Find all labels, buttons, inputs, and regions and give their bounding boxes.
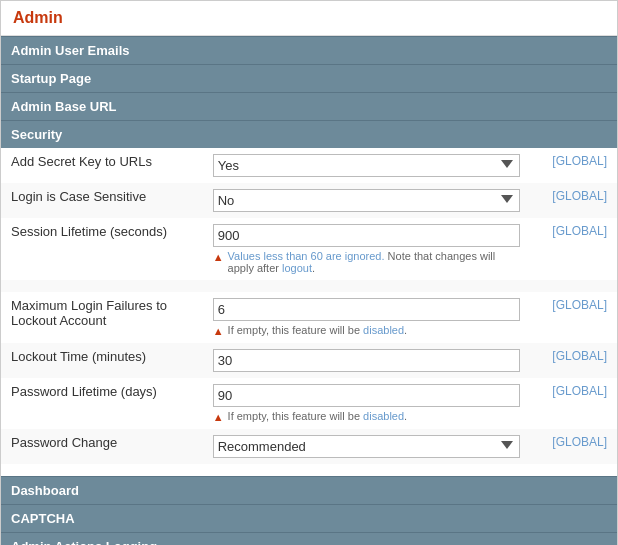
- login-case-sensitive-input-cell: Yes No: [203, 183, 530, 218]
- password-lifetime-global-link[interactable]: [GLOBAL]: [552, 384, 607, 398]
- section-admin-base-url[interactable]: Admin Base URL: [1, 92, 617, 120]
- add-secret-key-input-cell: Yes No: [203, 148, 530, 183]
- max-login-failures-global-link[interactable]: [GLOBAL]: [552, 298, 607, 312]
- max-login-failures-note: ▲ If empty, this feature will be disable…: [213, 324, 520, 337]
- max-login-failures-input[interactable]: [213, 298, 520, 321]
- session-lifetime-label: Session Lifetime (seconds): [1, 218, 203, 280]
- password-change-global-link[interactable]: [GLOBAL]: [552, 435, 607, 449]
- session-lifetime-note-text: Values less than 60 are ignored. Note th…: [228, 250, 520, 274]
- section-security[interactable]: Security: [1, 120, 617, 148]
- warning-icon: ▲: [213, 325, 224, 337]
- section-admin-actions-logging[interactable]: Admin Actions Logging: [1, 532, 617, 545]
- password-lifetime-note: ▲ If empty, this feature will be disable…: [213, 410, 520, 423]
- table-row: Login is Case Sensitive Yes No [GLOBAL]: [1, 183, 617, 218]
- max-login-failures-note-text: If empty, this feature will be disabled.: [228, 324, 408, 336]
- password-lifetime-note-text: If empty, this feature will be disabled.: [228, 410, 408, 422]
- password-lifetime-input-cell: ▲ If empty, this feature will be disable…: [203, 378, 530, 429]
- lockout-time-input-cell: [203, 343, 530, 378]
- login-case-sensitive-global-link[interactable]: [GLOBAL]: [552, 189, 607, 203]
- login-case-sensitive-select[interactable]: Yes No: [213, 189, 520, 212]
- session-lifetime-note: ▲ Values less than 60 are ignored. Note …: [213, 250, 520, 274]
- security-settings-table: Add Secret Key to URLs Yes No [GLOBAL] L…: [1, 148, 617, 476]
- session-lifetime-input[interactable]: [213, 224, 520, 247]
- warning-icon: ▲: [213, 251, 224, 263]
- lockout-time-global-link[interactable]: [GLOBAL]: [552, 349, 607, 363]
- page-container: Admin Admin User Emails Startup Page Adm…: [0, 0, 618, 545]
- password-change-select[interactable]: Recommended Required Optional: [213, 435, 520, 458]
- password-lifetime-input[interactable]: [213, 384, 520, 407]
- add-secret-key-select[interactable]: Yes No: [213, 154, 520, 177]
- max-login-failures-input-cell: ▲ If empty, this feature will be disable…: [203, 292, 530, 343]
- page-title: Admin: [1, 1, 617, 36]
- section-dashboard[interactable]: Dashboard: [1, 476, 617, 504]
- table-row: Lockout Time (minutes) [GLOBAL]: [1, 343, 617, 378]
- session-lifetime-global-link[interactable]: [GLOBAL]: [552, 224, 607, 238]
- session-lifetime-input-cell: ▲ Values less than 60 are ignored. Note …: [203, 218, 530, 280]
- password-change-input-cell: Recommended Required Optional: [203, 429, 530, 464]
- section-captcha[interactable]: CAPTCHA: [1, 504, 617, 532]
- spacer-row: [1, 280, 617, 292]
- table-row: Password Change Recommended Required Opt…: [1, 429, 617, 464]
- add-secret-key-global-link[interactable]: [GLOBAL]: [552, 154, 607, 168]
- section-startup-page[interactable]: Startup Page: [1, 64, 617, 92]
- lockout-time-input[interactable]: [213, 349, 520, 372]
- table-row: Maximum Login Failures to Lockout Accoun…: [1, 292, 617, 343]
- password-lifetime-label: Password Lifetime (days): [1, 378, 203, 429]
- lockout-time-label: Lockout Time (minutes): [1, 343, 203, 378]
- table-row: Password Lifetime (days) ▲ If empty, thi…: [1, 378, 617, 429]
- login-case-sensitive-label: Login is Case Sensitive: [1, 183, 203, 218]
- warning-icon: ▲: [213, 411, 224, 423]
- max-login-failures-label: Maximum Login Failures to Lockout Accoun…: [1, 292, 203, 343]
- table-row: Session Lifetime (seconds) ▲ Values less…: [1, 218, 617, 280]
- table-row: Add Secret Key to URLs Yes No [GLOBAL]: [1, 148, 617, 183]
- add-secret-key-label: Add Secret Key to URLs: [1, 148, 203, 183]
- password-change-label: Password Change: [1, 429, 203, 464]
- section-admin-user-emails[interactable]: Admin User Emails: [1, 36, 617, 64]
- spacer-row: [1, 464, 617, 476]
